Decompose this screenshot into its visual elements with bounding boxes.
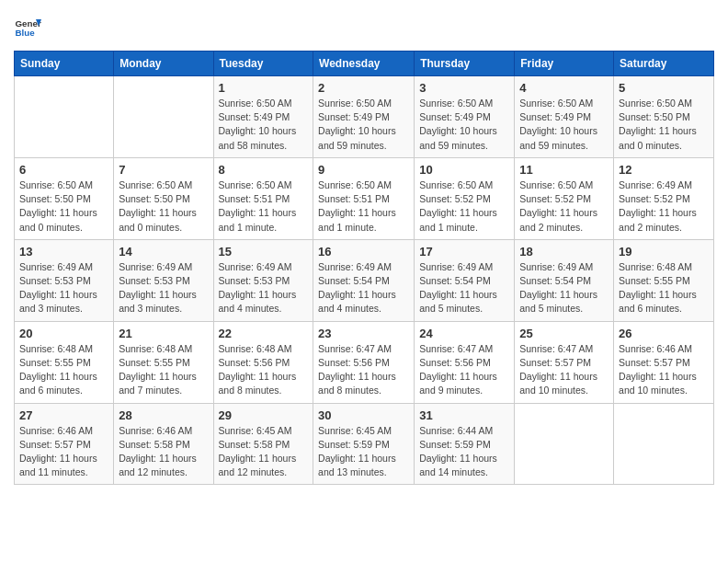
calendar-header-row: SundayMondayTuesdayWednesdayThursdayFrid…	[15, 52, 714, 76]
calendar-cell: 17Sunrise: 6:49 AM Sunset: 5:54 PM Dayli…	[415, 239, 515, 321]
calendar-body: 1Sunrise: 6:50 AM Sunset: 5:49 PM Daylig…	[15, 76, 714, 485]
day-number: 4	[519, 81, 609, 95]
logo: General Blue	[14, 14, 41, 41]
day-number: 5	[619, 81, 709, 95]
calendar-cell: 19Sunrise: 6:48 AM Sunset: 5:55 PM Dayli…	[614, 239, 714, 321]
day-number: 9	[318, 163, 409, 177]
page-header: General Blue	[14, 14, 714, 41]
calendar-cell: 26Sunrise: 6:46 AM Sunset: 5:57 PM Dayli…	[614, 321, 714, 403]
day-detail: Sunrise: 6:50 AM Sunset: 5:50 PM Dayligh…	[619, 97, 709, 153]
day-number: 21	[119, 327, 208, 340]
calendar-cell: 10Sunrise: 6:50 AM Sunset: 5:52 PM Dayli…	[415, 157, 515, 239]
day-number: 18	[519, 245, 609, 259]
calendar-cell	[114, 76, 213, 158]
calendar-cell: 24Sunrise: 6:47 AM Sunset: 5:56 PM Dayli…	[415, 321, 515, 403]
calendar-cell: 7Sunrise: 6:50 AM Sunset: 5:50 PM Daylig…	[114, 157, 213, 239]
calendar-cell: 4Sunrise: 6:50 AM Sunset: 5:49 PM Daylig…	[515, 76, 614, 158]
calendar-cell: 21Sunrise: 6:48 AM Sunset: 5:55 PM Dayli…	[114, 321, 213, 403]
calendar-cell	[614, 403, 714, 485]
day-detail: Sunrise: 6:48 AM Sunset: 5:55 PM Dayligh…	[19, 342, 108, 398]
day-number: 17	[419, 245, 509, 259]
day-detail: Sunrise: 6:50 AM Sunset: 5:49 PM Dayligh…	[419, 97, 509, 153]
day-number: 3	[419, 81, 509, 95]
calendar-cell: 12Sunrise: 6:49 AM Sunset: 5:52 PM Dayli…	[614, 157, 714, 239]
day-number: 6	[19, 163, 108, 177]
day-detail: Sunrise: 6:50 AM Sunset: 5:51 PM Dayligh…	[219, 178, 309, 235]
day-detail: Sunrise: 6:50 AM Sunset: 5:51 PM Dayligh…	[318, 178, 409, 235]
logo-icon: General Blue	[14, 14, 41, 41]
day-detail: Sunrise: 6:45 AM Sunset: 5:59 PM Dayligh…	[318, 424, 409, 480]
header-tuesday: Tuesday	[213, 52, 313, 76]
header-saturday: Saturday	[614, 52, 714, 76]
day-detail: Sunrise: 6:47 AM Sunset: 5:56 PM Dayligh…	[318, 342, 409, 398]
day-detail: Sunrise: 6:49 AM Sunset: 5:53 PM Dayligh…	[119, 260, 208, 316]
day-detail: Sunrise: 6:49 AM Sunset: 5:54 PM Dayligh…	[519, 260, 609, 316]
calendar-cell: 13Sunrise: 6:49 AM Sunset: 5:53 PM Dayli…	[15, 239, 114, 321]
calendar-week-2: 6Sunrise: 6:50 AM Sunset: 5:50 PM Daylig…	[15, 157, 714, 239]
calendar-cell: 3Sunrise: 6:50 AM Sunset: 5:49 PM Daylig…	[415, 76, 515, 158]
day-number: 24	[419, 327, 509, 340]
day-number: 30	[318, 408, 409, 422]
calendar-cell: 28Sunrise: 6:46 AM Sunset: 5:58 PM Dayli…	[114, 403, 213, 485]
header-friday: Friday	[515, 52, 614, 76]
day-detail: Sunrise: 6:47 AM Sunset: 5:56 PM Dayligh…	[419, 342, 509, 398]
day-detail: Sunrise: 6:48 AM Sunset: 5:55 PM Dayligh…	[619, 260, 709, 316]
day-number: 12	[619, 163, 709, 177]
day-number: 13	[19, 245, 108, 259]
svg-text:Blue: Blue	[16, 28, 36, 38]
day-detail: Sunrise: 6:50 AM Sunset: 5:50 PM Dayligh…	[19, 178, 108, 235]
day-number: 29	[219, 408, 309, 422]
calendar-cell: 29Sunrise: 6:45 AM Sunset: 5:58 PM Dayli…	[213, 403, 313, 485]
calendar-week-3: 13Sunrise: 6:49 AM Sunset: 5:53 PM Dayli…	[15, 239, 714, 321]
day-detail: Sunrise: 6:48 AM Sunset: 5:56 PM Dayligh…	[219, 342, 309, 398]
calendar-cell: 6Sunrise: 6:50 AM Sunset: 5:50 PM Daylig…	[15, 157, 114, 239]
calendar-cell: 8Sunrise: 6:50 AM Sunset: 5:51 PM Daylig…	[213, 157, 313, 239]
calendar-cell: 20Sunrise: 6:48 AM Sunset: 5:55 PM Dayli…	[15, 321, 114, 403]
day-number: 19	[619, 245, 709, 259]
day-detail: Sunrise: 6:49 AM Sunset: 5:54 PM Dayligh…	[318, 260, 409, 316]
calendar-table: SundayMondayTuesdayWednesdayThursdayFrid…	[14, 51, 714, 485]
calendar-week-4: 20Sunrise: 6:48 AM Sunset: 5:55 PM Dayli…	[15, 321, 714, 403]
day-detail: Sunrise: 6:49 AM Sunset: 5:53 PM Dayligh…	[19, 260, 108, 316]
calendar-cell	[515, 403, 614, 485]
day-detail: Sunrise: 6:49 AM Sunset: 5:52 PM Dayligh…	[619, 178, 709, 235]
day-number: 1	[219, 81, 309, 95]
calendar-cell: 22Sunrise: 6:48 AM Sunset: 5:56 PM Dayli…	[213, 321, 313, 403]
day-number: 16	[318, 245, 409, 259]
calendar-cell: 15Sunrise: 6:49 AM Sunset: 5:53 PM Dayli…	[213, 239, 313, 321]
calendar-cell: 9Sunrise: 6:50 AM Sunset: 5:51 PM Daylig…	[313, 157, 415, 239]
day-number: 15	[219, 245, 309, 259]
day-detail: Sunrise: 6:49 AM Sunset: 5:54 PM Dayligh…	[419, 260, 509, 316]
day-number: 27	[19, 408, 108, 422]
header-sunday: Sunday	[15, 52, 114, 76]
day-number: 7	[119, 163, 208, 177]
header-thursday: Thursday	[415, 52, 515, 76]
day-detail: Sunrise: 6:48 AM Sunset: 5:55 PM Dayligh…	[119, 342, 208, 398]
day-detail: Sunrise: 6:47 AM Sunset: 5:57 PM Dayligh…	[519, 342, 609, 398]
day-number: 26	[619, 327, 709, 340]
calendar-cell: 18Sunrise: 6:49 AM Sunset: 5:54 PM Dayli…	[515, 239, 614, 321]
header-wednesday: Wednesday	[313, 52, 415, 76]
calendar-cell: 5Sunrise: 6:50 AM Sunset: 5:50 PM Daylig…	[614, 76, 714, 158]
day-detail: Sunrise: 6:46 AM Sunset: 5:57 PM Dayligh…	[619, 342, 709, 398]
day-number: 10	[419, 163, 509, 177]
calendar-cell: 23Sunrise: 6:47 AM Sunset: 5:56 PM Dayli…	[313, 321, 415, 403]
calendar-week-5: 27Sunrise: 6:46 AM Sunset: 5:57 PM Dayli…	[15, 403, 714, 485]
header-monday: Monday	[114, 52, 213, 76]
day-detail: Sunrise: 6:45 AM Sunset: 5:58 PM Dayligh…	[219, 424, 309, 480]
day-detail: Sunrise: 6:44 AM Sunset: 5:59 PM Dayligh…	[419, 424, 509, 480]
calendar-cell: 14Sunrise: 6:49 AM Sunset: 5:53 PM Dayli…	[114, 239, 213, 321]
day-number: 8	[219, 163, 309, 177]
day-number: 31	[419, 408, 509, 422]
calendar-cell: 1Sunrise: 6:50 AM Sunset: 5:49 PM Daylig…	[213, 76, 313, 158]
day-detail: Sunrise: 6:46 AM Sunset: 5:58 PM Dayligh…	[119, 424, 208, 480]
calendar-cell: 2Sunrise: 6:50 AM Sunset: 5:49 PM Daylig…	[313, 76, 415, 158]
day-number: 28	[119, 408, 208, 422]
day-number: 22	[219, 327, 309, 340]
calendar-cell: 11Sunrise: 6:50 AM Sunset: 5:52 PM Dayli…	[515, 157, 614, 239]
day-detail: Sunrise: 6:49 AM Sunset: 5:53 PM Dayligh…	[219, 260, 309, 316]
day-detail: Sunrise: 6:50 AM Sunset: 5:52 PM Dayligh…	[419, 178, 509, 235]
calendar-cell: 30Sunrise: 6:45 AM Sunset: 5:59 PM Dayli…	[313, 403, 415, 485]
day-number: 25	[519, 327, 609, 340]
day-detail: Sunrise: 6:50 AM Sunset: 5:49 PM Dayligh…	[519, 97, 609, 153]
